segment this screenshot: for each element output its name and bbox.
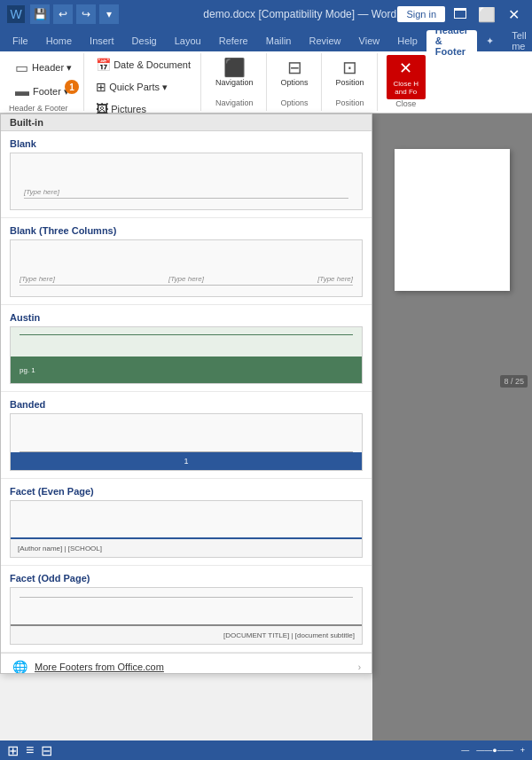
tab-file[interactable]: File [4,30,37,51]
header-button[interactable]: ▭ Header ▾ [11,57,76,79]
status-panel-btn[interactable]: ⊞ [7,742,19,759]
footer-item-banded[interactable]: Banded 1 [1,392,372,479]
tab-references[interactable]: Refere [210,30,257,51]
redo-button[interactable]: ↪ [76,4,96,24]
close-header-footer-button[interactable]: ✕ Close Hand Fo [387,55,426,99]
status-bar: ⊞ ≡ ⊟ — ——●—— + [0,740,532,760]
more-footers-label: More Footers from Office.com [35,662,164,672]
footer-preview-austin: pg. 1 [10,326,363,384]
footer-item-facet-even-label: Facet (Even Page) [10,486,363,497]
view-btn-2[interactable]: ⊟ [41,742,52,759]
more-footers-arrow: › [358,662,361,672]
zoom-minus[interactable]: — [461,746,469,755]
position-button[interactable]: ⊡ Position [331,55,370,90]
zoom-slider[interactable]: ——●—— [476,746,512,755]
date-document-button[interactable]: 📅 Date & Document [91,55,195,74]
sign-in-button[interactable]: Sign in [397,6,445,22]
quick-parts-arrow: ▾ [162,82,168,93]
options-icon: ⊟ [287,59,302,76]
tab-view[interactable]: View [350,30,389,51]
position-group: ⊡ Position Position [324,53,378,111]
header-icon: ▭ [15,59,28,76]
tab-insert[interactable]: Insert [81,30,123,51]
save-button[interactable]: 💾 [30,4,50,24]
maximize-button[interactable]: ⬜ [475,3,498,26]
document-area: 8 / 25 [372,114,532,760]
tab-home[interactable]: Home [37,30,81,51]
navigation-button[interactable]: ⬛ Navigation [210,55,259,90]
doc-background [372,114,532,760]
position-group-label: Position [336,98,364,109]
close-hf-icon: ✕ [399,59,412,78]
options-label: Options [281,78,309,87]
more-footers-icon: 🌐 [12,660,27,673]
tab-mailings[interactable]: Mailin [257,30,301,51]
close-group-label: Close [395,99,416,110]
footer-button[interactable]: ▬ Footer ▾ 1 [11,81,76,102]
tab-layout[interactable]: Layou [166,30,210,51]
tab-design[interactable]: Desig [123,30,166,51]
tab-header-footer[interactable]: Header & Footer [426,30,477,51]
quick-parts-button[interactable]: ⊞ Quick Parts ▾ [91,77,195,97]
header-btn-row: ▭ Header ▾ ▬ Footer ▾ 1 [9,55,78,104]
minimize-button[interactable]: 🗖 [449,3,472,26]
ribbon-toolbar: ▭ Header ▾ ▬ Footer ▾ 1 Header & Footer … [0,51,532,114]
tab-tell-me[interactable]: Tell me [503,30,532,51]
zoom-plus[interactable]: + [520,746,525,755]
position-label: Position [336,78,364,87]
navigation-label: Navigation [215,78,254,87]
tab-help[interactable]: Help [388,30,426,51]
badge-1: 1 [65,80,79,94]
footer-label: Footer ▾ [33,86,69,98]
footer-preview-blank: [Type here] [10,153,363,210]
date-document-label: Date & Document [113,59,191,70]
footer-item-three-col-label: Blank (Three Columns) [10,225,363,236]
close-hf-label: Close Hand Fo [394,80,419,96]
footer-preview-banded: 1 [10,413,363,471]
footer-icon: ▬ [15,83,29,99]
title-bar-controls: 💾 ↩ ↪ ▾ [30,4,119,24]
document-title: demo.docx [Compatibility Mode] — Word [202,8,397,20]
tab-review[interactable]: Review [300,30,349,51]
facet-odd-preview-text: [DOCUMENT TITLE] | [document subtitle] [223,631,355,639]
footer-item-austin-label: Austin [10,312,363,323]
insert-buttons: 📅 Date & Document ⊞ Quick Parts ▾ 🖼 Pict… [91,55,195,119]
footer-item-austin[interactable]: Austin pg. 1 [1,305,372,392]
view-btn-1[interactable]: ≡ [26,742,34,758]
close-window-button[interactable]: ✕ [502,3,525,26]
footer-menu-section: 🌐 More Footers from Office.com › ✏️ Edit… [1,653,372,673]
page-counter: 8 / 25 [500,375,528,388]
footer-preview-three-col: [Type here] [Type here] [Type here] [10,239,363,297]
navigation-icon: ⬛ [223,59,246,76]
quick-parts-label: Quick Parts [109,82,160,92]
calendar-icon: 📅 [96,58,111,72]
facet-even-preview-text: [Author name] | [SCHOOL] [18,545,102,552]
more-footers-item[interactable]: 🌐 More Footers from Office.com › [1,654,372,673]
footer-item-facet-odd[interactable]: Facet (Odd Page) [DOCUMENT TITLE] | [doc… [1,566,372,653]
three-col-text-3: [Type here] [317,275,353,283]
footer-item-blank-label: Blank [10,138,363,149]
title-bar-left: W 💾 ↩ ↪ ▾ [7,4,202,24]
banded-preview-text: 1 [184,457,188,466]
options-group: ⊟ Options Options [269,53,322,111]
tab-ideas[interactable]: ✦ [477,30,503,51]
austin-preview-text: pg. 1 [20,366,35,374]
footer-item-three-col[interactable]: Blank (Three Columns) [Type here] [Type … [1,218,372,305]
footer-dropdown-panel: Built-in Blank [Type here] Blank (Three … [0,114,372,674]
options-group-label: Options [281,98,309,109]
customize-qat-button[interactable]: ▾ [99,4,119,24]
built-in-section-header: Built-in [1,114,372,131]
blank-preview-text: [Type here] [24,188,59,196]
footer-dropdown-scroll[interactable]: Built-in Blank [Type here] Blank (Three … [1,114,372,673]
footer-item-facet-even[interactable]: Facet (Even Page) [Author name] | [SCHOO… [1,479,372,566]
word-icon: W [7,5,25,23]
options-button[interactable]: ⊟ Options [276,55,314,90]
footer-item-banded-label: Banded [10,399,363,410]
undo-button[interactable]: ↩ [53,4,73,24]
footer-item-blank[interactable]: Blank [Type here] [1,131,372,218]
document-page [395,149,510,291]
navigation-group-label: Navigation [215,98,254,109]
header-footer-group: ▭ Header ▾ ▬ Footer ▾ 1 Header & Footer [4,53,84,111]
three-col-text-2: [Type here] [168,275,204,283]
position-icon: ⊡ [342,59,357,76]
